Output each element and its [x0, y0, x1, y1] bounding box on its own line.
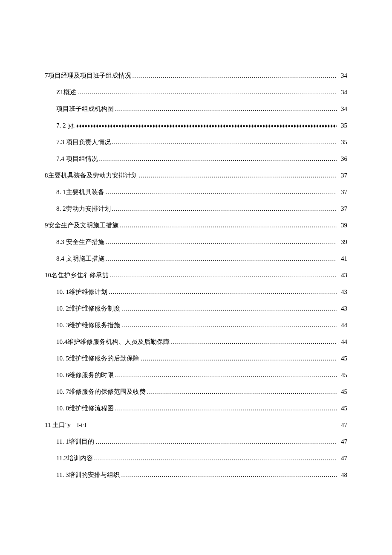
toc-entry-label: 10. 2维护维修服务制度: [56, 303, 120, 314]
toc-leader-dots: [78, 87, 337, 97]
toc-entry-page: 45: [338, 386, 347, 397]
toc-leader-diamonds: [76, 122, 337, 130]
toc-entry-label: 11.2培训内容: [56, 453, 93, 463]
toc-entry: 7.3 项目负责人情况35: [45, 137, 347, 147]
toc-entry-label: 11 土口ˆy｜l-i·I: [45, 420, 86, 430]
toc-entry-page: 35: [338, 120, 347, 131]
toc-entry: 10名隹护乡隹彳修承喆43: [45, 270, 347, 280]
toc-entry: 7.4 项目组情况36: [45, 154, 347, 164]
toc-entry-page: 34: [338, 70, 347, 81]
toc-entry-label: Z1概述: [56, 87, 76, 97]
toc-leader-dots: [94, 453, 337, 463]
toc-entry: 10. 6维修服务的时限45: [45, 370, 347, 380]
toc-entry-page: 47: [338, 420, 347, 430]
toc-entry-page: 37: [338, 203, 347, 214]
toc-leader-dots: [121, 470, 337, 480]
toc-leader-dots: [147, 386, 337, 397]
toc-entry-label: 10. 8维护维修流程图: [56, 403, 114, 413]
toc-entry: 10.4维护维修服务机构、人员及后勤保障44: [45, 337, 347, 347]
toc-entry-page: 43: [338, 270, 347, 280]
toc-leader-dots: [115, 104, 337, 114]
toc-entry-page: 39: [338, 237, 347, 247]
toc-leader-dots: [121, 320, 337, 330]
toc-entry: 7项目经理及项目班子组成情况34: [45, 70, 347, 81]
toc-entry-label: 11. 1培训目的: [56, 436, 94, 447]
toc-entry: 项目班子组成机构图34: [45, 104, 347, 114]
toc-leader-dots: [106, 187, 337, 197]
toc-leader-dots: [110, 270, 337, 280]
toc-entry-label: 项目班子组成机构图: [56, 104, 114, 114]
toc-entry: 7. 2 |yf.35: [45, 120, 347, 131]
toc-entry-page: 37: [338, 187, 347, 197]
toc-entry: 8主要机具装备及劳动力安排计划37: [45, 170, 347, 180]
toc-leader-dots: [99, 154, 337, 164]
toc-entry-page: 34: [338, 87, 347, 97]
toc-leader-dots: [109, 287, 337, 297]
toc-entry-label: 8.3 安全生产措施: [56, 237, 104, 247]
toc-entry: 9安全生产及文明施工措施39: [45, 220, 347, 230]
toc-leader-dots: [106, 237, 337, 247]
toc-entry: 10. 8维护维修流程图45: [45, 403, 347, 413]
toc-entry-page: 35: [338, 137, 347, 147]
toc-entry: Z1概述34: [45, 87, 347, 97]
toc-entry-label: 10.4维护维修服务机构、人员及后勤保障: [56, 337, 170, 347]
table-of-contents: 7项目经理及项目班子组成情况34Z1概述34项目班子组成机构图347. 2 |y…: [45, 70, 347, 480]
toc-entry-page: 36: [338, 154, 347, 164]
toc-entry: 8.4 文明施工措施41: [45, 253, 347, 264]
toc-entry-page: 47: [338, 453, 347, 463]
toc-entry-label: 10. 5维护维修服务的后勤保障: [56, 353, 139, 363]
toc-entry: 11. 3培训的安排与组织48: [45, 470, 347, 480]
toc-entry: 10. 2维护维修服务制度43: [45, 303, 347, 314]
toc-entry-label: 10. 3维护维修服务措施: [56, 320, 120, 330]
toc-entry-page: 44: [338, 337, 347, 347]
toc-entry-label: 7.4 项目组情况: [56, 154, 98, 164]
toc-leader-dots: [115, 403, 337, 413]
toc-entry-page: 43: [338, 287, 347, 297]
toc-entry-label: 8. 1主要机具装备: [56, 187, 104, 197]
toc-leader-dots: [106, 253, 337, 264]
toc-entry-page: 37: [338, 170, 347, 180]
toc-entry-page: 45: [338, 403, 347, 413]
toc-leader-dots: [141, 353, 337, 363]
toc-entry-label: 9安全生产及文明施工措施: [45, 220, 118, 230]
toc-entry: 10. 7维修服务的保修范围及收费45: [45, 386, 347, 397]
toc-entry: 8.3 安全生产措施39: [45, 237, 347, 247]
toc-entry: 11.2培训内容47: [45, 453, 347, 463]
toc-entry-label: 10名隹护乡隹彳修承喆: [45, 270, 109, 280]
toc-entry-label: 10. 6维修服务的时限: [56, 370, 114, 380]
toc-leader-dots: [95, 436, 337, 447]
toc-entry-page: 48: [338, 470, 347, 480]
toc-entry-label: 10. 1维护维修计划: [56, 287, 107, 297]
toc-leader-dots: [139, 170, 337, 180]
toc-entry-page: 34: [338, 104, 347, 114]
toc-entry-page: 44: [338, 320, 347, 330]
toc-leader-dots: [112, 137, 337, 147]
toc-leader-dots: [115, 370, 337, 380]
toc-entry-page: 39: [338, 220, 347, 230]
toc-entry: 11 土口ˆy｜l-i·I47: [45, 420, 347, 430]
toc-entry-label: 7项目经理及项目班子组成情况: [45, 70, 131, 81]
toc-entry-label: 7. 2 |yf.: [56, 120, 75, 131]
toc-entry-label: 8.4 文明施工措施: [56, 253, 104, 264]
toc-entry: 8. 2劳动力安排计划37: [45, 203, 347, 214]
toc-entry: 8. 1主要机具装备37: [45, 187, 347, 197]
toc-entry: 11. 1培训目的47: [45, 436, 347, 447]
toc-entry: 10. 5维护维修服务的后勤保障45: [45, 353, 347, 363]
toc-entry-label: 8主要机具装备及劳动力安排计划: [45, 170, 138, 180]
toc-entry-page: 45: [338, 370, 347, 380]
toc-leader-dots: [171, 337, 337, 347]
toc-leader-dots: [121, 303, 337, 314]
toc-entry-page: 45: [338, 353, 347, 363]
toc-entry: 10. 3维护维修服务措施44: [45, 320, 347, 330]
toc-leader-dots: [133, 70, 337, 81]
toc-entry-label: 10. 7维修服务的保修范围及收费: [56, 386, 146, 397]
toc-entry-page: 47: [338, 436, 347, 447]
toc-entry-label: 7.3 项目负责人情况: [56, 137, 111, 147]
toc-entry-page: 41: [338, 253, 347, 264]
toc-leader-dots: [112, 203, 337, 214]
toc-entry-label: 8. 2劳动力安排计划: [56, 203, 111, 214]
toc-entry: 10. 1维护维修计划43: [45, 287, 347, 297]
toc-entry-page: 43: [338, 303, 347, 314]
toc-leader-dots: [120, 220, 337, 230]
toc-entry-label: 11. 3培训的安排与组织: [56, 470, 120, 480]
